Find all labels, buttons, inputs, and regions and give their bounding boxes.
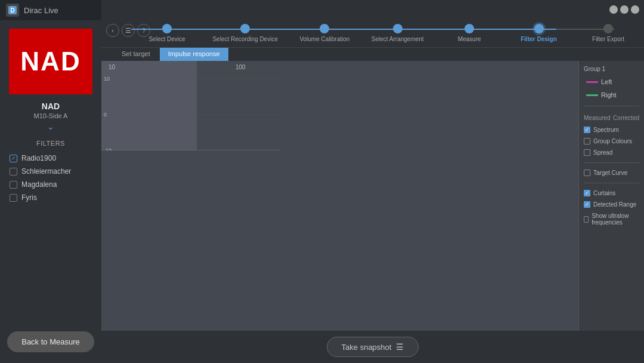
wizard-step-2[interactable]: Volume Calibration — [299, 24, 349, 42]
channel-left: Left — [584, 77, 639, 87]
filter-checkbox-2[interactable] — [10, 181, 17, 189]
wizard-step-5[interactable]: Filter Design — [515, 24, 563, 42]
right-panel: Group 1 Left Right Measured Corrected ✓ … — [578, 61, 644, 331]
wizard-steps: Select Device Select Recording Device Vo… — [113, 24, 632, 47]
curtains-row[interactable]: ✓ Curtains — [584, 190, 639, 196]
target-curve-label: Target Curve — [593, 170, 627, 176]
back-to-measure-button[interactable]: Back to Measure — [7, 331, 94, 352]
step-label-3: Select Arrangement — [371, 36, 424, 42]
step-dot-5 — [534, 24, 544, 33]
spread-row[interactable]: Spread — [584, 149, 639, 156]
step-label-2: Volume Calibration — [299, 36, 349, 42]
step-dot-6 — [603, 24, 613, 33]
wizard-step-3[interactable]: Select Arrangement — [371, 24, 424, 42]
wizard-step-6[interactable]: Filter Export — [584, 24, 632, 42]
curtains-checkbox[interactable]: ✓ — [584, 190, 590, 196]
spread-label: Spread — [593, 149, 612, 156]
detected-range-checkbox[interactable]: ✓ — [584, 201, 590, 208]
dirac-icon: D — [6, 4, 19, 17]
show-ultralow-checkbox[interactable] — [584, 216, 589, 223]
target-curve-checkbox[interactable] — [584, 170, 590, 176]
logo-bar: D Dirac Live — [0, 0, 101, 20]
divider-2 — [584, 162, 639, 163]
window-top-bar — [101, 0, 644, 19]
step-dot-4 — [465, 24, 474, 33]
app-title: Dirac Live — [24, 6, 58, 15]
step-label-0: Select Device — [148, 36, 185, 42]
spectrum-row[interactable]: ✓ Spectrum — [584, 127, 639, 133]
wizard-step-1[interactable]: Select Recording Device — [212, 24, 278, 42]
chart-area: 10 100 1K 10K 10 0 -10 -20 -30 -40 -50 4… — [101, 61, 644, 331]
wizard-step-0[interactable]: Select Device — [143, 24, 191, 42]
detected-range-label: Detected Range — [593, 201, 636, 208]
device-subtitle: M10-Side A — [34, 112, 68, 119]
take-snapshot-button[interactable]: Take snapshot ☰ — [327, 337, 419, 357]
group-colours-checkbox[interactable] — [584, 138, 590, 144]
window-close-button[interactable] — [631, 5, 639, 14]
sidebar: D Dirac Live NAD NAD M10-Side A ⌄ Filter… — [0, 0, 101, 363]
filter-label-3: Fyris — [21, 193, 37, 202]
svg-text:-10: -10 — [104, 147, 112, 150]
target-curve-row[interactable]: Target Curve — [584, 170, 639, 176]
snapshot-icon: ☰ — [396, 342, 404, 352]
filter-item-2[interactable]: Magdalena — [6, 178, 95, 191]
step-dot-1 — [240, 24, 250, 33]
curtains-label: Curtains — [593, 190, 615, 196]
window-minimize-button[interactable] — [609, 5, 618, 14]
corrected-header: Corrected — [613, 115, 639, 121]
window-maximize-button[interactable] — [620, 5, 628, 14]
group-colours-row[interactable]: Group Colours — [584, 138, 639, 144]
channel-right-label: Right — [601, 91, 617, 99]
brand-logo-text: NAD — [20, 47, 80, 76]
channel-left-label: Left — [601, 78, 612, 85]
channel-right-color — [586, 94, 598, 96]
filter-item-0[interactable]: ✓ Radio1900 — [6, 152, 95, 165]
filter-checkbox-0[interactable]: ✓ — [10, 155, 17, 162]
wizard-nav: ‹ ☰ ? Select Device Select Recording Dev… — [101, 19, 644, 47]
step-label-6: Filter Export — [592, 36, 624, 42]
main-area: ‹ ☰ ? Select Device Select Recording Dev… — [101, 0, 644, 363]
wizard-step-4[interactable]: Measure — [445, 24, 493, 42]
filter-label-1: Schleiermacher — [21, 167, 71, 176]
svg-text:10: 10 — [109, 64, 116, 70]
filter-checkbox-3[interactable] — [10, 194, 17, 202]
show-ultralow-label: Show ultralow frequencies — [592, 213, 639, 226]
filters-label: Filters — [36, 140, 65, 147]
divider-1 — [584, 106, 639, 106]
filter-item-1[interactable]: Schleiermacher — [6, 165, 95, 178]
divider-3 — [584, 183, 639, 183]
filter-label-0: Radio1900 — [21, 154, 56, 162]
group-colours-label: Group Colours — [593, 138, 632, 144]
step-dot-0 — [162, 24, 172, 33]
snapshot-label: Take snapshot — [342, 343, 392, 352]
spread-checkbox[interactable] — [584, 149, 590, 156]
brand-logo-box: NAD — [9, 29, 92, 94]
step-dot-3 — [393, 24, 402, 33]
spectrum-checkbox[interactable]: ✓ — [584, 127, 590, 133]
step-label-1: Select Recording Device — [212, 36, 278, 42]
detected-range-row[interactable]: ✓ Detected Range — [584, 201, 639, 208]
spectrum-label: Spectrum — [593, 127, 619, 133]
filter-label-2: Magdalena — [21, 180, 57, 189]
svg-text:0: 0 — [104, 112, 107, 118]
sub-tab-impulse-response[interactable]: Impulse response — [160, 48, 228, 61]
step-dot-2 — [320, 24, 329, 33]
step-label-4: Measure — [458, 36, 481, 42]
sub-tab-set-target[interactable]: Set target — [113, 48, 159, 61]
measured-header: Measured — [584, 115, 610, 121]
channel-left-color — [586, 81, 598, 83]
svg-text:D: D — [10, 7, 14, 14]
show-ultralow-row[interactable]: Show ultralow frequencies — [584, 213, 639, 226]
group-label: Group 1 — [584, 66, 639, 72]
svg-text:100: 100 — [236, 64, 246, 70]
chart-container: 10 100 1K 10K 10 0 -10 -20 -30 -40 -50 4… — [101, 61, 578, 331]
svg-text:10: 10 — [104, 76, 110, 82]
filter-checkbox-1[interactable] — [10, 168, 17, 176]
sub-tabs: Set target Impulse response — [101, 47, 644, 61]
chart-svg: 10 100 1K 10K 10 0 -10 -20 -30 -40 -50 4… — [101, 61, 280, 150]
bottom-bar: Take snapshot ☰ — [101, 331, 644, 363]
svg-rect-2 — [101, 61, 197, 150]
filter-item-3[interactable]: Fyris — [6, 191, 95, 204]
step-label-5: Filter Design — [521, 36, 557, 42]
device-chevron-icon[interactable]: ⌄ — [47, 122, 54, 131]
